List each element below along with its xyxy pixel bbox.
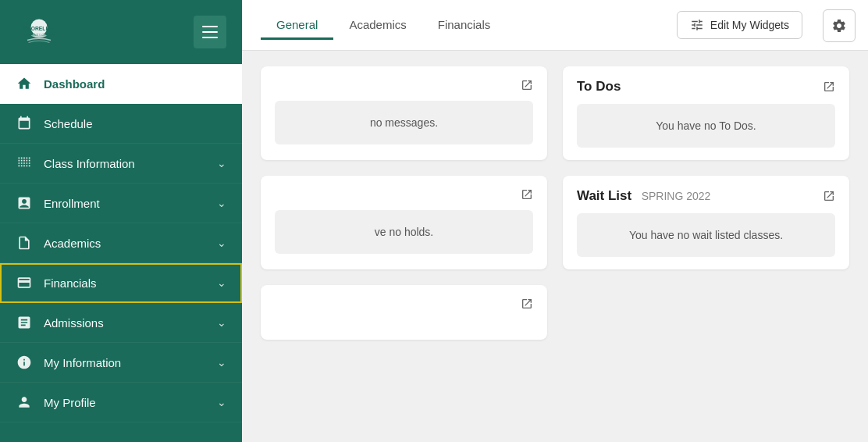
holds-empty-state: ve no holds. bbox=[275, 210, 533, 254]
widget-todos: To Dos You have no To Dos. bbox=[563, 66, 849, 160]
my-profile-icon bbox=[16, 394, 33, 411]
sidebar-item-my-information[interactable]: My Information ⌄ bbox=[0, 343, 242, 383]
settings-button[interactable] bbox=[823, 9, 856, 42]
todos-empty-state: You have no To Dos. bbox=[577, 104, 835, 148]
sidebar-item-financials[interactable]: Financials ⌄ bbox=[0, 263, 242, 303]
widget-todos-header: To Dos bbox=[563, 66, 849, 104]
sidebar-item-my-information-label: My Information bbox=[44, 356, 121, 369]
sidebar-item-academics[interactable]: Academics ⌄ bbox=[0, 223, 242, 263]
widget-messages-body: no messages. bbox=[261, 101, 547, 157]
widget-holds-body: ve no holds. bbox=[261, 210, 547, 266]
admissions-icon bbox=[16, 314, 33, 331]
todos-external-link-icon[interactable] bbox=[823, 80, 835, 93]
sidebar-header: SHORELINE COMMUNITY COLLEGE bbox=[0, 0, 242, 64]
widget-waitlist-body: You have no wait listed classes. bbox=[563, 213, 849, 269]
enrollment-chevron-icon: ⌄ bbox=[217, 197, 226, 209]
hamburger-line-1 bbox=[202, 26, 218, 27]
sidebar-item-admissions[interactable]: Admissions ⌄ bbox=[0, 303, 242, 343]
class-info-icon bbox=[16, 155, 33, 172]
hamburger-button[interactable] bbox=[194, 16, 226, 48]
holds-empty-text: ve no holds. bbox=[375, 226, 434, 238]
tabs-container: General Academics Financials bbox=[261, 12, 506, 39]
admissions-chevron-icon: ⌄ bbox=[217, 316, 226, 329]
waitlist-title: Wait List bbox=[577, 188, 631, 203]
main-content: General Academics Financials Edit My Wid… bbox=[242, 0, 868, 442]
shoreline-logo: SHORELINE COMMUNITY COLLEGE bbox=[16, 12, 62, 52]
calendar-icon bbox=[16, 115, 33, 132]
svg-text:SHORELINE: SHORELINE bbox=[23, 26, 55, 31]
sidebar-item-enrollment-label: Enrollment bbox=[44, 197, 100, 210]
content-area: no messages. To Dos You have no To Dos. bbox=[242, 51, 868, 442]
fifth-widget-external-link-icon[interactable] bbox=[521, 298, 533, 310]
my-information-chevron-icon: ⌄ bbox=[217, 356, 226, 369]
financials-chevron-icon: ⌄ bbox=[217, 276, 226, 289]
sidebar-item-my-profile[interactable]: My Profile ⌄ bbox=[0, 383, 242, 422]
widget-holds: ve no holds. bbox=[261, 176, 547, 269]
sidebar-item-schedule-label: Schedule bbox=[44, 117, 93, 130]
hamburger-line-2 bbox=[202, 31, 218, 33]
sidebar: SHORELINE COMMUNITY COLLEGE Dashboard bbox=[0, 0, 242, 442]
top-bar: General Academics Financials Edit My Wid… bbox=[242, 0, 868, 51]
tab-academics[interactable]: Academics bbox=[333, 12, 422, 40]
waitlist-subtitle: SPRING 2022 bbox=[642, 190, 711, 202]
widget-messages: no messages. bbox=[261, 66, 547, 160]
sidebar-item-academics-label: Academics bbox=[44, 237, 101, 250]
messages-empty-state: no messages. bbox=[275, 101, 533, 144]
sidebar-item-class-information[interactable]: Class Information ⌄ bbox=[0, 144, 242, 184]
gear-icon bbox=[831, 18, 847, 34]
todos-empty-text: You have no To Dos. bbox=[656, 119, 756, 132]
widget-fifth-header bbox=[261, 285, 547, 319]
messages-empty-text: no messages. bbox=[370, 116, 438, 129]
academics-chevron-icon: ⌄ bbox=[217, 237, 226, 249]
sidebar-item-admissions-label: Admissions bbox=[44, 316, 104, 330]
sidebar-logo: SHORELINE COMMUNITY COLLEGE bbox=[16, 12, 62, 52]
sidebar-item-financials-label: Financials bbox=[44, 276, 97, 290]
sidebar-item-my-profile-label: My Profile bbox=[44, 396, 96, 409]
tab-financials[interactable]: Financials bbox=[422, 12, 507, 40]
sidebar-item-dashboard-label: Dashboard bbox=[44, 77, 105, 91]
waitlist-empty-state: You have no wait listed classes. bbox=[577, 213, 835, 257]
widget-holds-header bbox=[261, 176, 547, 210]
sidebar-navigation: Dashboard Schedule Class Information ⌄ bbox=[0, 64, 242, 442]
sidebar-item-schedule[interactable]: Schedule bbox=[0, 104, 242, 144]
holds-external-link-icon[interactable] bbox=[521, 188, 533, 201]
edit-widgets-label: Edit My Widgets bbox=[710, 19, 789, 31]
svg-text:COMMUNITY COLLEGE: COMMUNITY COLLEGE bbox=[23, 34, 55, 37]
waitlist-external-link-icon[interactable] bbox=[823, 190, 835, 202]
my-profile-chevron-icon: ⌄ bbox=[217, 396, 226, 408]
widget-fifth bbox=[261, 285, 547, 340]
widget-todos-body: You have no To Dos. bbox=[563, 104, 849, 160]
enrollment-icon bbox=[16, 194, 33, 212]
messages-external-link-icon[interactable] bbox=[521, 79, 533, 91]
widget-waitlist: Wait List SPRING 2022 You have no wait l… bbox=[563, 176, 849, 269]
adjust-icon bbox=[690, 18, 704, 32]
my-information-icon bbox=[16, 354, 33, 371]
tab-general[interactable]: General bbox=[261, 12, 333, 40]
waitlist-empty-text: You have no wait listed classes. bbox=[629, 229, 783, 241]
edit-widgets-button[interactable]: Edit My Widgets bbox=[677, 11, 802, 39]
sidebar-item-class-information-label: Class Information bbox=[44, 157, 135, 170]
financials-icon bbox=[16, 274, 33, 291]
class-information-chevron-icon: ⌄ bbox=[217, 157, 226, 169]
hamburger-line-3 bbox=[202, 37, 218, 38]
widget-waitlist-header: Wait List SPRING 2022 bbox=[563, 176, 849, 213]
sidebar-item-dashboard[interactable]: Dashboard bbox=[0, 64, 242, 104]
widget-messages-header bbox=[261, 66, 547, 101]
todos-title: To Dos bbox=[577, 79, 621, 94]
sidebar-item-enrollment[interactable]: Enrollment ⌄ bbox=[0, 184, 242, 223]
home-icon bbox=[16, 75, 33, 92]
academics-icon bbox=[16, 234, 33, 251]
